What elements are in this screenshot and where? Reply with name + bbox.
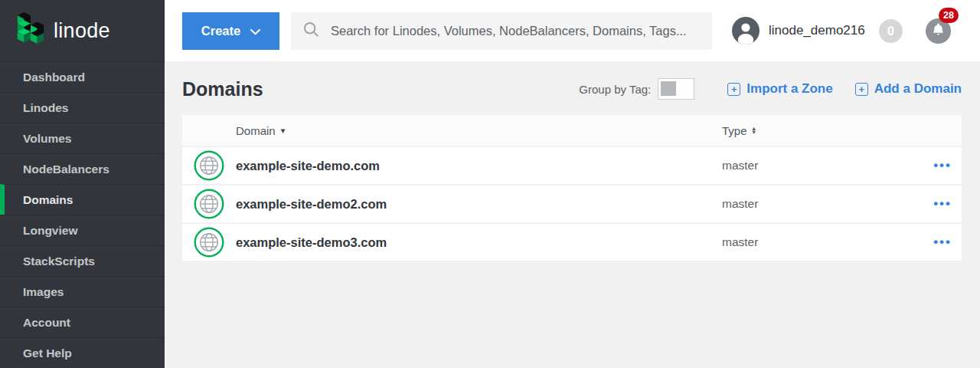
sidebar-item-label: Account <box>23 316 70 330</box>
bell-icon <box>933 23 944 39</box>
import-zone-label: Import a Zone <box>746 81 832 97</box>
globe-icon <box>194 227 224 258</box>
sidebar-item-linodes[interactable]: Linodes <box>0 92 165 123</box>
sidebar-item-label: Volumes <box>23 132 71 146</box>
sidebar-item-label: Images <box>23 285 64 299</box>
action-menu-icon[interactable]: ••• <box>933 196 962 212</box>
linode-cube-icon <box>15 12 47 50</box>
sidebar-item-volumes[interactable]: Volumes <box>0 123 165 153</box>
plus-icon: + <box>855 83 868 96</box>
search-icon <box>303 21 319 41</box>
header-type-cell: Type ▴ ▾ <box>722 124 913 137</box>
sidebar-item-label: Dashboard <box>23 71 85 84</box>
create-button[interactable]: Create <box>182 12 279 50</box>
domain-link[interactable]: example-site-demo2.com <box>236 197 387 211</box>
sidebar-item-label: StackScripts <box>23 255 95 268</box>
chevron-down-icon <box>250 24 260 38</box>
sort-desc-icon: ▾ <box>281 127 286 135</box>
table-row[interactable]: example-site-demo3.com master ••• <box>182 224 962 261</box>
table-row[interactable]: example-site-demo.com master ••• <box>182 147 962 184</box>
sidebar-item-label: Domains <box>23 193 73 207</box>
sidebar-item-nodebalancers[interactable]: NodeBalancers <box>0 153 165 184</box>
sidebar-item-longview[interactable]: Longview <box>0 215 165 245</box>
globe-icon <box>194 189 224 219</box>
toggle-knob <box>661 81 676 96</box>
group-by-tag-toggle[interactable] <box>658 78 694 100</box>
globe-icon <box>194 150 224 181</box>
sort-by-type[interactable]: Type ▴ ▾ <box>722 124 913 137</box>
domains-page: Domains Group by Tag: + Import a Zone + … <box>165 61 980 368</box>
sidebar-item-label: NodeBalancers <box>23 163 109 176</box>
sidebar-item-stackscripts[interactable]: StackScripts <box>0 245 165 276</box>
header-domain-cell: Domain ▾ <box>236 124 722 137</box>
linode-wordmark: linode <box>54 19 110 43</box>
sidebar-item-label: Get Help <box>23 347 72 360</box>
linode-logo[interactable]: linode <box>0 0 165 61</box>
sidebar-item-account[interactable]: Account <box>0 307 165 337</box>
type-column-label: Type <box>722 124 747 137</box>
global-search[interactable] <box>291 12 712 50</box>
table-header-row: Domain ▾ Type ▴ ▾ <box>182 115 962 146</box>
sort-by-domain[interactable]: Domain ▾ <box>236 124 722 137</box>
username[interactable]: linode_demo216 <box>769 0 865 61</box>
group-by-tag-label: Group by Tag: <box>579 83 651 96</box>
sidebar-item-images[interactable]: Images <box>0 276 165 307</box>
table-row[interactable]: example-site-demo2.com master ••• <box>182 186 962 222</box>
domain-link[interactable]: example-site-demo3.com <box>236 235 387 249</box>
page-header: Domains Group by Tag: + Import a Zone + … <box>182 72 962 106</box>
avatar[interactable] <box>732 17 760 44</box>
domain-type: master <box>722 235 758 248</box>
sidebar-item-dashboard[interactable]: Dashboard <box>0 61 165 92</box>
sidebar: linode Dashboard Linodes Volumes NodeBal… <box>0 0 165 368</box>
sidebar-item-get-help[interactable]: Get Help <box>0 337 165 368</box>
domain-column-label: Domain <box>236 124 276 137</box>
pending-events-badge[interactable]: 0 <box>879 19 903 43</box>
action-menu-icon[interactable]: ••• <box>933 235 962 250</box>
domain-link[interactable]: example-site-demo.com <box>236 159 380 172</box>
search-input[interactable] <box>329 23 700 39</box>
add-domain-button[interactable]: + Add a Domain <box>855 81 962 97</box>
domain-type: master <box>722 159 758 172</box>
add-domain-label: Add a Domain <box>874 81 962 97</box>
sidebar-item-label: Longview <box>23 224 77 238</box>
row-icon-cell <box>182 227 236 258</box>
create-button-label: Create <box>201 24 240 38</box>
notification-count-badge[interactable]: 28 <box>939 8 959 23</box>
sidebar-item-label: Linodes <box>23 101 68 115</box>
row-icon-cell <box>182 189 236 219</box>
row-icon-cell <box>182 150 236 181</box>
plus-icon: + <box>727 83 740 96</box>
action-menu-icon[interactable]: ••• <box>933 158 962 173</box>
import-zone-button[interactable]: + Import a Zone <box>727 81 832 97</box>
sort-both-icon: ▴ ▾ <box>753 127 756 135</box>
domain-type: master <box>722 197 758 210</box>
sidebar-item-domains[interactable]: Domains <box>0 184 165 215</box>
domains-table: Domain ▾ Type ▴ ▾ <box>182 115 962 261</box>
topbar: Create linode_demo216 0 28 <box>165 0 980 61</box>
page-title: Domains <box>182 78 263 100</box>
